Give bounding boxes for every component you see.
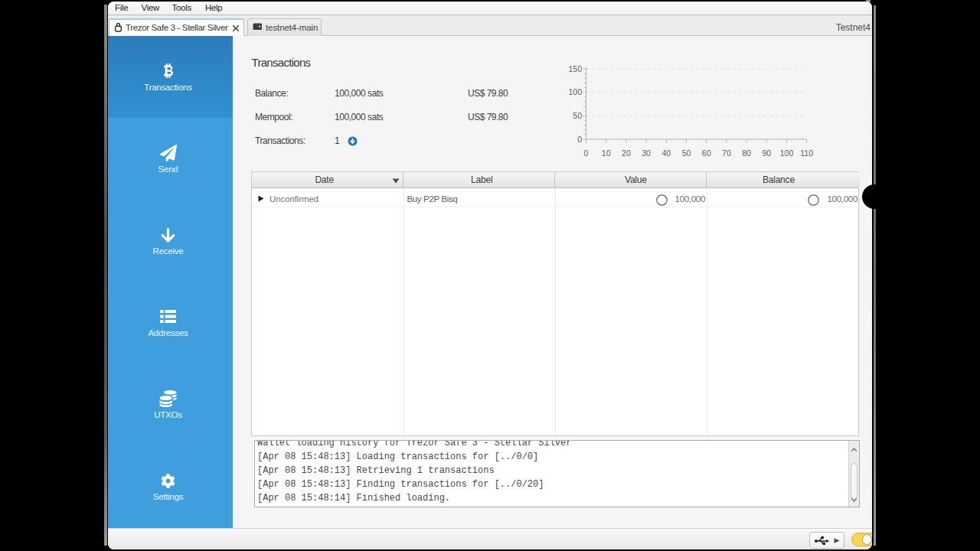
svg-text:30: 30 (642, 148, 651, 158)
svg-text:50: 50 (573, 111, 582, 120)
svg-text:110: 110 (800, 148, 813, 158)
svg-text:100: 100 (780, 148, 794, 158)
svg-text:20: 20 (622, 148, 631, 158)
svg-text:0: 0 (584, 148, 589, 158)
svg-text:80: 80 (742, 148, 751, 158)
svg-text:50: 50 (682, 148, 691, 158)
svg-text:60: 60 (702, 148, 711, 158)
svg-text:70: 70 (722, 148, 731, 158)
svg-text:0: 0 (577, 135, 582, 144)
svg-text:150: 150 (568, 64, 582, 73)
svg-text:10: 10 (602, 148, 611, 158)
svg-text:90: 90 (762, 148, 771, 158)
svg-text:100: 100 (568, 87, 582, 96)
svg-text:40: 40 (662, 148, 671, 158)
